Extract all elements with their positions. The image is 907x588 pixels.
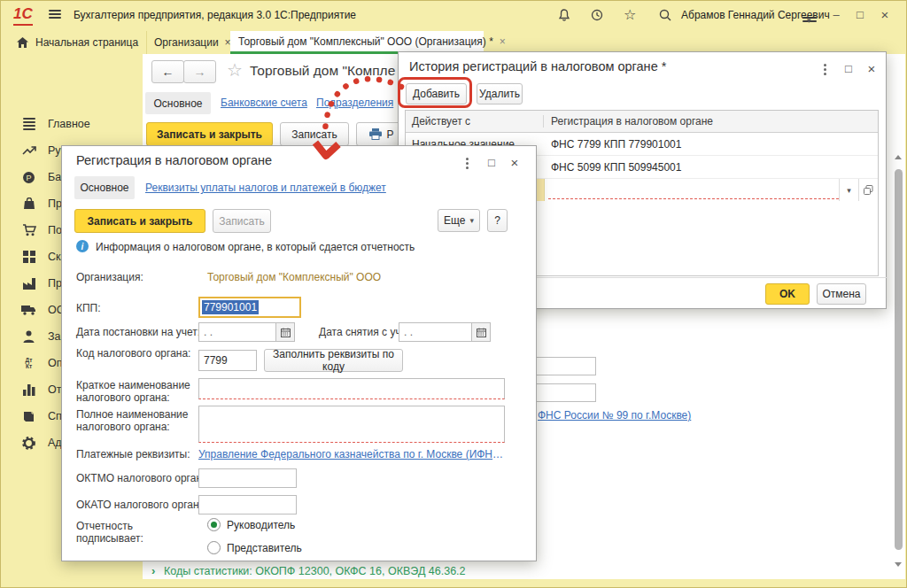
nav-back-button[interactable]: ←	[151, 60, 184, 83]
reg-save-button[interactable]: Записать	[213, 209, 271, 233]
button-label: Записать	[219, 215, 264, 228]
edit-cell-registration[interactable]: ▾	[545, 179, 878, 201]
combo-open-button[interactable]	[858, 179, 878, 201]
svg-text:P: P	[26, 174, 31, 182]
titlebar: 1С Бухгалтерия предприятия, редакция 3.0…	[1, 1, 907, 29]
signer-label: Отчетность подписывает:	[76, 520, 174, 545]
factory-icon	[21, 278, 36, 290]
radio-label: Представитель	[227, 542, 302, 554]
scroll-thumb[interactable]	[895, 169, 903, 550]
tab-label: Основное	[81, 182, 129, 194]
close-button[interactable]: ×	[876, 6, 894, 22]
history-delete-button[interactable]: Удалить	[477, 83, 523, 104]
button-label: Отмена	[822, 288, 860, 300]
radio-icon	[207, 541, 221, 554]
payment-label: Платежные реквизиты:	[76, 448, 190, 460]
tabbar: Начальная страница Организации × Торговы…	[1, 29, 907, 54]
date-dereg-calendar-button[interactable]	[472, 322, 491, 342]
scroll-up-icon[interactable]	[895, 155, 902, 159]
combo-dropdown-button[interactable]: ▾	[839, 179, 858, 201]
tab-label: Основное	[154, 97, 203, 110]
history-add-button[interactable]: Добавить	[406, 83, 467, 104]
reg-tab-budget[interactable]: Реквизиты уплаты налогов и платежей в бю…	[145, 182, 386, 194]
tab-label: Организации	[154, 36, 219, 49]
history-close-icon[interactable]: ×	[863, 60, 880, 76]
kpp-label: КПП:	[76, 302, 101, 314]
form-tab-bank-accounts[interactable]: Банковские счета	[221, 97, 307, 109]
history-maximize-icon[interactable]: □	[840, 60, 857, 76]
app-window: 1С Бухгалтерия предприятия, редакция 3.0…	[0, 0, 907, 588]
code-input[interactable]: 7799	[198, 350, 257, 371]
form-favorite-star-icon[interactable]: ☆	[227, 59, 243, 81]
signer-radio-director[interactable]: Руководитель	[207, 518, 295, 531]
button-label: Заполнить реквизиты по коду	[270, 348, 397, 373]
date-reg-calendar-button[interactable]	[276, 322, 295, 342]
date-dereg-input[interactable]: . .	[399, 322, 472, 342]
reg-tab-main[interactable]: Основное	[74, 176, 135, 199]
reg-help-button[interactable]: ?	[487, 209, 508, 232]
history-more-icon[interactable]	[818, 61, 832, 78]
okato-input[interactable]	[198, 495, 297, 514]
form-tab-departments[interactable]: Подразделения	[316, 97, 393, 109]
reg-save-close-button[interactable]: Записать и закрыть	[74, 209, 205, 233]
chevron-down-icon: ▾	[469, 216, 474, 225]
tab-close-icon[interactable]: ×	[500, 35, 506, 48]
truck-icon	[21, 305, 36, 315]
menu-bars-icon	[21, 118, 36, 130]
tab-organizations[interactable]: Организации ×	[146, 31, 229, 54]
history-icon[interactable]	[590, 8, 604, 22]
trend-up-icon	[21, 145, 36, 156]
bar-chart-icon	[21, 384, 36, 396]
sidebar-item-main[interactable]: Главное	[8, 111, 143, 137]
favorites-star-icon[interactable]: ☆	[624, 6, 636, 23]
history-ok-button[interactable]: OK	[765, 283, 810, 305]
search-icon[interactable]	[658, 8, 672, 22]
org-value: Торговый дом "Комплексный" ООО	[207, 271, 381, 283]
col-registration[interactable]: Регистрация в налоговом органе	[544, 115, 878, 128]
payment-link[interactable]: Управление Федерального казначейства по …	[198, 448, 508, 460]
form-save-button[interactable]: Записать	[280, 122, 349, 146]
tab-home[interactable]: Начальная страница	[8, 31, 143, 54]
nav-forward-button[interactable]: →	[183, 60, 216, 83]
date-reg-input[interactable]: . .	[198, 322, 276, 342]
oktmo-label: ОКТМО налогового органа:	[76, 472, 211, 484]
button-label: ?	[494, 214, 500, 227]
notifications-bell-icon[interactable]	[557, 8, 571, 22]
full-name-textarea[interactable]	[198, 406, 505, 443]
reg-maximize-icon[interactable]: □	[483, 154, 500, 170]
stats-expander-icon[interactable]: ›	[151, 564, 155, 577]
stats-line[interactable]: Коды статистики: ОКОПФ 12300, ОКФС 16, О…	[164, 565, 466, 577]
radio-label: Руководитель	[227, 519, 295, 531]
reg-more-icon[interactable]	[461, 155, 474, 172]
org-label: Организация:	[76, 271, 143, 283]
maximize-button[interactable]: □	[851, 6, 869, 22]
col-valid-from[interactable]: Действует с	[406, 115, 544, 128]
history-dialog-title: История регистраций в налоговом органе *	[409, 59, 666, 74]
history-cancel-button[interactable]: Отмена	[817, 283, 866, 305]
short-name-input[interactable]	[198, 378, 505, 399]
service-menu-icon[interactable]: ▾	[802, 9, 817, 22]
signer-radio-representative[interactable]: Представитель	[207, 541, 302, 554]
bg-fns-link[interactable]: ФНС России № 99 по г.Москве)	[538, 409, 691, 422]
cell-registration: ФНС 7799 КПП 779901001	[544, 138, 878, 151]
reg-more-button[interactable]: Еще ▾	[438, 209, 480, 232]
info-icon: i	[76, 240, 89, 252]
calendar-icon	[281, 328, 291, 337]
form-save-close-button[interactable]: Записать и закрыть	[146, 122, 273, 146]
gear-icon	[21, 437, 36, 450]
form-tab-main[interactable]: Основное	[145, 92, 211, 114]
registration-combo-input[interactable]	[548, 181, 839, 199]
registration-dialog-title: Регистрация в налоговом органе	[76, 153, 272, 167]
scrollbar[interactable]	[892, 150, 905, 573]
reg-close-icon[interactable]: ×	[506, 154, 523, 170]
minimize-button[interactable]: –	[827, 6, 845, 22]
kpp-input[interactable]: 779901001	[198, 297, 301, 318]
oktmo-input[interactable]	[198, 468, 297, 488]
table-header-row: Действует с Регистрация в налоговом орга…	[406, 111, 878, 133]
scroll-down-icon[interactable]	[895, 562, 902, 567]
main-menu-icon[interactable]	[49, 10, 61, 19]
button-label: Удалить	[479, 88, 520, 100]
book-icon	[21, 411, 36, 422]
date-reg-label: Дата постановки на учет:	[76, 326, 200, 338]
fill-by-code-button[interactable]: Заполнить реквизиты по коду	[264, 349, 403, 372]
